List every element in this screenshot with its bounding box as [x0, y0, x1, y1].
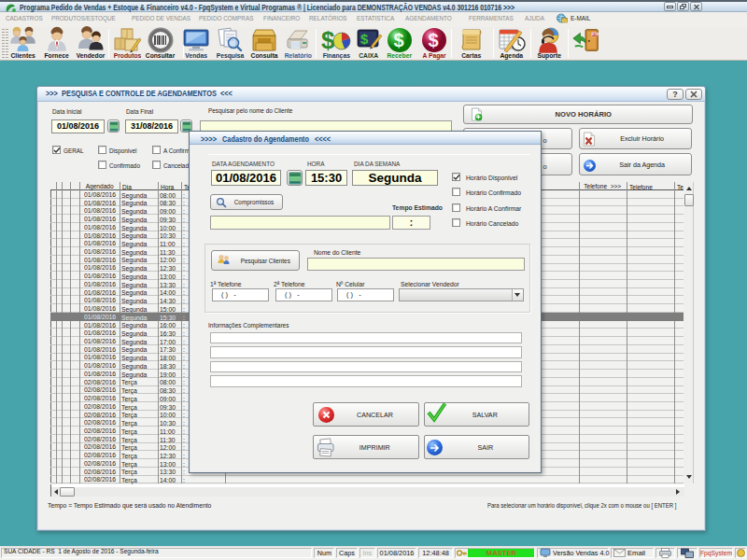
svg-text:$: $: [429, 30, 439, 50]
svg-text:EXIT: EXIT: [592, 33, 599, 36]
svg-text:$: $: [394, 30, 404, 50]
svg-text:$: $: [360, 31, 369, 47]
